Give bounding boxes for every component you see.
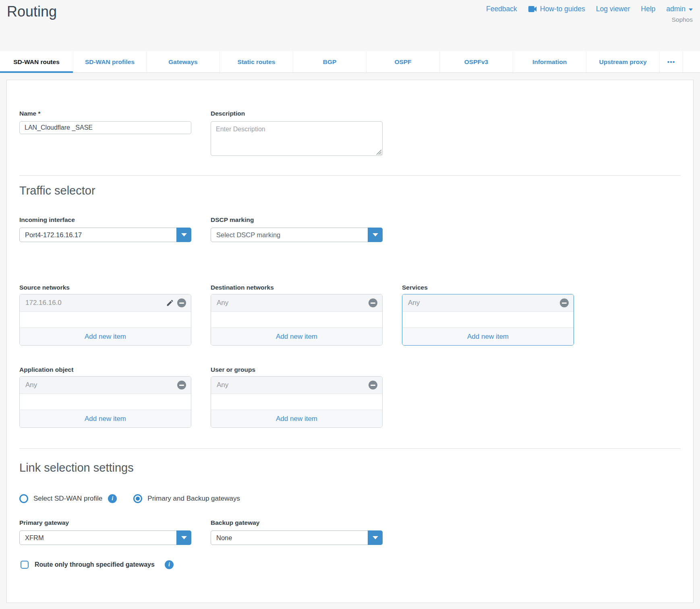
- tab-gateways[interactable]: Gateways: [147, 51, 220, 72]
- list-item: Any: [211, 294, 382, 312]
- incoming-interface-dropdown-button[interactable]: [176, 228, 191, 242]
- tab-sd-wan-profiles[interactable]: SD-WAN profiles: [73, 51, 147, 72]
- top-nav: Feedback How-to guides Log viewer Help a…: [486, 5, 693, 13]
- list-item-value: Any: [217, 299, 369, 307]
- user-or-groups-label: User or groups: [211, 366, 255, 373]
- help-link[interactable]: Help: [641, 5, 655, 13]
- primary-gateway-label: Primary gateway: [19, 519, 69, 526]
- description-label: Description: [211, 110, 245, 117]
- caret-down-icon: [689, 8, 693, 11]
- section-divider: [19, 175, 681, 176]
- dscp-marking-label: DSCP marking: [211, 216, 254, 224]
- tab-ospfv3[interactable]: OSPFv3: [440, 51, 513, 72]
- info-icon[interactable]: [165, 560, 174, 569]
- tab-more-overflow[interactable]: •••: [660, 51, 683, 72]
- list-item-value: Any: [408, 299, 560, 307]
- add-new-item-button[interactable]: Add new item: [20, 327, 191, 345]
- incoming-interface-select[interactable]: Port4-172.16.16.17: [19, 228, 191, 242]
- traffic-selector-heading: Traffic selector: [19, 184, 95, 197]
- add-new-item-button[interactable]: Add new item: [402, 327, 574, 345]
- destination-networks-box: Any Add new item: [211, 294, 383, 346]
- section-divider: [19, 448, 681, 449]
- route-only-label: Route only through specified gateways: [35, 561, 155, 568]
- page-title: Routing: [7, 3, 57, 20]
- tab-static-routes[interactable]: Static routes: [220, 51, 293, 72]
- destination-networks-label: Destination networks: [211, 284, 274, 291]
- radio-select-sdwan-profile[interactable]: [19, 494, 28, 503]
- application-object-box: Any Add new item: [19, 376, 191, 428]
- source-networks-label: Source networks: [19, 284, 70, 291]
- page-header: Routing Feedback How-to guides Log viewe…: [0, 0, 700, 51]
- primary-gateway-select[interactable]: XFRM: [19, 530, 191, 545]
- list-item: Any: [211, 377, 382, 394]
- source-networks-box: 172.16.16.0 Add new item: [19, 294, 191, 346]
- route-only-row: Route only through specified gateways: [21, 560, 174, 569]
- incoming-interface-label: Incoming interface: [19, 216, 75, 224]
- radio-label: Primary and Backup gateways: [147, 495, 240, 503]
- link-selection-heading: Link selection settings: [19, 461, 134, 474]
- admin-menu[interactable]: admin: [666, 5, 693, 13]
- caret-down-icon: [181, 233, 187, 236]
- link-selection-radios: Select SD-WAN profile Primary and Backup…: [19, 494, 240, 503]
- brand-label: Sophos: [671, 16, 693, 23]
- howto-guides-link[interactable]: How-to guides: [528, 5, 585, 13]
- list-empty-area: [20, 394, 191, 410]
- admin-label: admin: [666, 5, 686, 13]
- dscp-marking-value: Select DSCP marking: [216, 228, 280, 242]
- caret-down-icon: [181, 536, 187, 539]
- services-box: Any Add new item: [402, 294, 574, 346]
- add-new-item-button[interactable]: Add new item: [211, 327, 382, 345]
- add-new-item-button[interactable]: Add new item: [211, 410, 382, 427]
- dscp-marking-dropdown-button[interactable]: [368, 228, 383, 242]
- content-card: Name * Description Traffic selector Inco…: [6, 80, 694, 603]
- primary-gateway-value: XFRM: [25, 531, 44, 545]
- remove-icon[interactable]: [369, 298, 377, 307]
- list-item: Any: [20, 377, 191, 394]
- tab-sd-wan-routes[interactable]: SD-WAN routes: [0, 51, 73, 72]
- route-only-checkbox[interactable]: [21, 561, 29, 569]
- name-label: Name *: [19, 110, 41, 117]
- list-item: 172.16.16.0: [20, 294, 191, 312]
- remove-icon[interactable]: [369, 381, 377, 389]
- backup-gateway-value: None: [216, 531, 232, 545]
- remove-icon[interactable]: [177, 381, 186, 389]
- tab-bar: SD-WAN routes SD-WAN profiles Gateways S…: [0, 51, 700, 73]
- incoming-interface-value: Port4-172.16.16.17: [25, 228, 82, 242]
- list-item-value: Any: [217, 381, 369, 389]
- tab-ospf[interactable]: OSPF: [367, 51, 440, 72]
- tab-bgp[interactable]: BGP: [293, 51, 367, 72]
- edit-icon[interactable]: [166, 299, 174, 307]
- remove-icon[interactable]: [177, 298, 186, 307]
- caret-down-icon: [373, 536, 378, 539]
- radio-primary-backup-gateways[interactable]: [133, 494, 142, 503]
- list-item-value: Any: [25, 381, 177, 389]
- tab-upstream-proxy[interactable]: Upstream proxy: [586, 51, 660, 72]
- list-item: Any: [402, 294, 574, 312]
- remove-icon[interactable]: [560, 298, 569, 307]
- caret-down-icon: [373, 233, 378, 236]
- feedback-link[interactable]: Feedback: [486, 5, 517, 13]
- list-empty-area: [20, 312, 191, 327]
- log-viewer-link[interactable]: Log viewer: [596, 5, 630, 13]
- dscp-marking-select[interactable]: Select DSCP marking: [211, 228, 383, 242]
- list-empty-area: [211, 312, 382, 327]
- application-object-label: Application object: [19, 366, 73, 373]
- tabbar-filler: [683, 51, 700, 72]
- radio-label: Select SD-WAN profile: [33, 495, 102, 503]
- video-camera-icon: [528, 6, 537, 12]
- description-input[interactable]: [211, 121, 383, 156]
- tab-information[interactable]: Information: [513, 51, 586, 72]
- backup-gateway-dropdown-button[interactable]: [368, 530, 383, 545]
- primary-gateway-dropdown-button[interactable]: [176, 530, 191, 545]
- list-item-value: 172.16.16.0: [25, 299, 166, 307]
- services-label: Services: [402, 284, 428, 291]
- name-input[interactable]: [19, 121, 191, 134]
- backup-gateway-select[interactable]: None: [211, 530, 383, 545]
- howto-guides-label: How-to guides: [540, 5, 585, 13]
- backup-gateway-label: Backup gateway: [211, 519, 259, 526]
- add-new-item-button[interactable]: Add new item: [20, 410, 191, 427]
- user-or-groups-box: Any Add new item: [211, 376, 383, 428]
- list-empty-area: [402, 312, 574, 327]
- info-icon[interactable]: [108, 494, 117, 503]
- list-empty-area: [211, 394, 382, 410]
